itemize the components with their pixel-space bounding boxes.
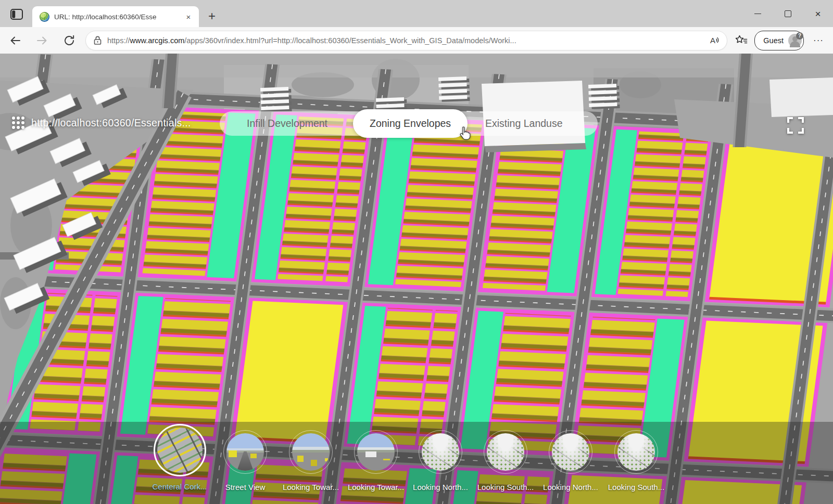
browser-toolbar: https://www.arcgis.com/apps/360vr/index.… (0, 27, 833, 54)
close-button[interactable]: × (803, 0, 833, 27)
viewpoint-label: Looking Towar... (283, 483, 339, 492)
viewpoint-label: Looking North... (413, 483, 468, 492)
thumbnail-ring (419, 430, 462, 474)
thumbnail-ring (614, 430, 658, 474)
forward-button[interactable] (33, 32, 51, 49)
viewpoint-thumbnail[interactable]: Looking South... (472, 424, 539, 492)
thumbnail-ring (484, 430, 527, 474)
browser-tab[interactable]: URL: http://localhost:60360/Esse × (32, 6, 199, 27)
scene-tab-bar: Infill Development Zoning Envelopes Exis… (220, 111, 598, 136)
thumbnail-image[interactable] (292, 433, 330, 471)
viewpoint-label: Looking South... (477, 483, 534, 492)
thumbnail-ring (223, 430, 267, 474)
thumbnail-image[interactable] (487, 433, 524, 471)
viewpoint-thumbnail[interactable]: Looking Towar... (277, 424, 345, 492)
viewpoint-label: Looking Towar... (348, 483, 404, 492)
read-aloud-icon[interactable]: A (708, 35, 722, 46)
close-icon: × (815, 9, 821, 19)
new-tab-button[interactable]: + (204, 8, 220, 24)
refresh-button[interactable] (60, 32, 78, 49)
viewpoint-thumbnail[interactable]: Looking North... (537, 424, 604, 492)
thumbnail-image[interactable] (226, 433, 264, 471)
browser-titlebar: URL: http://localhost:60360/Esse × + × (0, 0, 833, 27)
tab-existing-landuse[interactable]: Existing Landuse (485, 111, 563, 136)
url-host: www.arcgis.com (130, 36, 185, 45)
minimize-icon (754, 14, 761, 14)
viewpoint-thumbnail[interactable]: Looking North... (407, 424, 474, 492)
back-button[interactable] (6, 32, 24, 49)
viewpoint-thumbnail[interactable]: Street View (211, 424, 279, 492)
thumbnail-image[interactable] (422, 433, 459, 471)
profile-button[interactable]: Guest ? (754, 31, 804, 50)
minimize-button[interactable] (742, 0, 773, 27)
address-bar[interactable]: https://www.arcgis.com/apps/360vr/index.… (85, 31, 727, 50)
tab-actions-icon[interactable] (10, 9, 23, 20)
viewpoint-thumbnail[interactable]: Centeral Cork... (146, 424, 213, 491)
viewpoint-label: Centeral Cork... (152, 482, 207, 491)
favorites-hub-button[interactable] (733, 32, 750, 49)
svg-text:A: A (710, 36, 715, 45)
viewpoint-label: Looking North... (543, 483, 598, 492)
maximize-button[interactable] (773, 0, 803, 27)
thumbnail-image[interactable] (357, 433, 395, 471)
tab-title: URL: http://localhost:60360/Esse (54, 13, 183, 21)
lock-icon (93, 35, 102, 45)
scene-url-breadcrumb: http://localhost:60360/Essentials... (31, 117, 191, 129)
viewpoint-thumbnail[interactable]: Looking Towar... (342, 424, 410, 492)
profile-label: Guest (763, 36, 784, 45)
thumbnail-ring (154, 424, 206, 476)
thumbnail-image[interactable] (617, 433, 655, 471)
url-text[interactable]: https://www.arcgis.com/apps/360vr/index.… (107, 36, 708, 45)
thumbnail-image[interactable] (552, 433, 589, 471)
thumbnail-ring (549, 430, 592, 474)
url-scheme: https:// (107, 36, 130, 45)
guest-avatar: ? (788, 34, 802, 47)
settings-menu-button[interactable]: ··· (809, 32, 828, 49)
guest-question-badge: ? (796, 32, 803, 40)
apps-grid-icon[interactable] (11, 116, 25, 130)
fullscreen-icon[interactable] (787, 117, 804, 134)
thumbnail-ring (289, 430, 333, 474)
url-path: /apps/360vr/index.html?url=http://localh… (184, 36, 516, 45)
viewpoint-label: Street View (225, 483, 265, 492)
thumbnail-image[interactable] (157, 428, 203, 473)
tab-infill-development[interactable]: Infill Development (247, 111, 327, 136)
thumbnail-ring (354, 430, 398, 474)
viewpoint-thumbnail[interactable]: Looking South... (602, 424, 670, 492)
arcgis-globe-favicon (40, 12, 49, 22)
window-controls: × (742, 0, 833, 27)
tab-zoning-envelopes[interactable]: Zoning Envelopes (353, 109, 468, 138)
tab-close-icon[interactable]: × (183, 11, 194, 22)
maximize-icon (785, 10, 791, 17)
scene-viewport[interactable]: http://localhost:60360/Essentials... Inf… (0, 54, 833, 504)
viewpoint-label: Looking South... (608, 483, 664, 492)
